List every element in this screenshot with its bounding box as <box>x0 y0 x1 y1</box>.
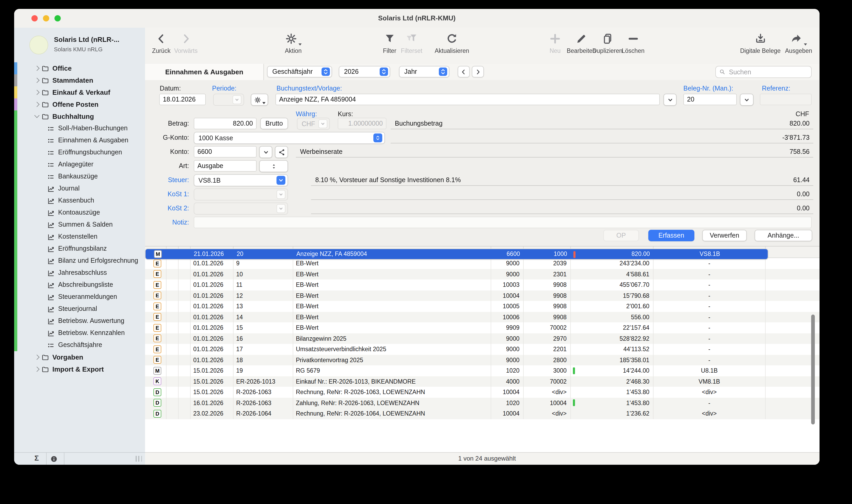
sidebar-item[interactable]: Abschreibungsliste <box>14 279 145 291</box>
toolbar-button[interactable]: Duplizieren <box>592 31 622 54</box>
brutto-button[interactable]: Brutto <box>260 118 288 129</box>
chevron-right-icon[interactable] <box>34 66 39 71</box>
year-select[interactable]: 2026 <box>339 66 390 77</box>
sum-button[interactable]: Σ <box>30 454 43 462</box>
table-row[interactable]: E 01.01.2026 9 EB-Wert 9000 2039 243’234… <box>145 258 819 269</box>
toolbar-button[interactable]: Ausgeben <box>785 31 812 54</box>
tab-einnahmen-ausgaben[interactable]: Einnahmen & Ausgaben <box>145 64 264 80</box>
sidebar-item[interactable]: Kostenstellen <box>14 231 145 243</box>
chevron-right-icon[interactable] <box>34 355 39 360</box>
toolbar-button[interactable]: Bearbeiten <box>567 31 596 54</box>
sidebar-item[interactable]: Office <box>14 62 145 74</box>
sidebar-item[interactable]: Betriebsw. Auswertung <box>14 315 145 327</box>
cell-datum: 01.01.2026 <box>191 322 234 333</box>
cell-steuer: - <box>654 322 766 333</box>
toolbar-button[interactable]: Neu <box>549 31 561 54</box>
sidebar-item[interactable]: Jahresabschluss <box>14 267 145 279</box>
table-row[interactable]: E 01.01.2026 12 EB-Wert 10004 9908 15’79… <box>145 290 819 301</box>
art-input[interactable] <box>194 160 256 172</box>
toolbar-button[interactable]: Digitale Belege <box>740 31 781 54</box>
sidebar-item-icon <box>47 125 55 132</box>
buchungstext-dropdown-button[interactable] <box>663 94 677 106</box>
chevron-right-icon[interactable] <box>34 366 39 372</box>
chevron-right-icon[interactable] <box>34 90 39 95</box>
sidebar-item[interactable]: Kontoauszüge <box>14 207 145 219</box>
sidebar-item[interactable]: Geschäftsjahre <box>14 339 145 351</box>
sidebar-item[interactable]: Bilanz und Erfolgsrechnung <box>14 255 145 267</box>
sidebar-item[interactable]: Einnahmen & Ausgaben <box>14 134 145 146</box>
konto-share-button[interactable] <box>275 146 288 158</box>
sidebar-item[interactable]: Steueranmeldungen <box>14 291 145 303</box>
sidebar-item[interactable]: Import & Export <box>14 363 145 375</box>
table-row[interactable]: E 01.01.2026 10 EB-Wert 9000 2301 4’588.… <box>145 269 819 280</box>
chevron-down-icon[interactable] <box>34 113 39 118</box>
table-row[interactable]: E 01.01.2026 16 Bilanzgewinn 2025 9000 2… <box>145 333 819 344</box>
table-row[interactable]: M 15.01.2026 19 RG 5679 1020 3000 14’244… <box>145 365 819 376</box>
sidebar-item[interactable]: Vorgaben <box>14 351 145 363</box>
toolbar-button[interactable]: Vorwärts <box>174 31 198 54</box>
table-row[interactable]: M 21.01.2026 20 Anzeige NZZ, FA 4859004 … <box>145 249 768 259</box>
sidebar-item[interactable]: Summen & Salden <box>14 219 145 231</box>
sidebar-item[interactable]: Offene Posten <box>14 98 145 110</box>
anhaenge-button[interactable]: Anhänge... <box>755 230 812 241</box>
info-button[interactable] <box>50 455 58 463</box>
table-row[interactable]: E 01.01.2026 17 Umsatzsteuerverbindlichk… <box>145 344 819 355</box>
gkonto-select[interactable]: 1000 Kasse <box>194 132 385 144</box>
cell-steuer: <div> <box>654 408 766 419</box>
art-stepper-button[interactable] <box>259 160 288 172</box>
table-row[interactable]: D 16.01.2026 R-2026-1063 Zahlung, ReNr: … <box>145 397 819 408</box>
sidebar-item[interactable]: Kassenbuch <box>14 195 145 207</box>
search-field[interactable] <box>715 66 812 78</box>
range-select[interactable]: Jahr <box>399 66 449 77</box>
sidebar-item[interactable]: Bankauszüge <box>14 170 145 183</box>
sidebar-item[interactable]: Betriebsw. Kennzahlen <box>14 327 145 339</box>
toolbar-button[interactable]: Filter <box>383 31 396 54</box>
chevron-right-icon[interactable] <box>34 78 39 83</box>
toolbar-button[interactable]: Aktualisieren <box>434 31 469 54</box>
datum-input[interactable] <box>159 94 206 105</box>
table-row[interactable]: E 01.01.2026 11 EB-Wert 10003 9908 455’0… <box>145 280 819 290</box>
previous-period-button[interactable] <box>458 66 470 77</box>
vertical-scrollbar[interactable] <box>811 314 815 425</box>
table-row[interactable]: E 01.01.2026 14 EB-Wert 10006 9908 556.0… <box>145 312 819 322</box>
cell-f <box>166 355 179 365</box>
toolbar-button[interactable]: Filterset <box>401 31 422 54</box>
chevron-right-icon[interactable] <box>34 102 39 107</box>
table-row[interactable]: E 01.01.2026 18 Privatkontenvortrag 2025… <box>145 355 819 365</box>
beleg-nr-input[interactable] <box>684 94 737 105</box>
toolbar-button[interactable]: Zurück <box>152 31 171 54</box>
notiz-input[interactable] <box>194 217 812 228</box>
footer: Σ 1 von 24 ausgewählt <box>14 452 819 465</box>
search-input[interactable] <box>728 68 808 76</box>
sidebar-item[interactable]: Journal <box>14 183 145 195</box>
cell-datum: 01.01.2026 <box>191 344 234 355</box>
betrag-input[interactable] <box>194 118 256 129</box>
sidebar-resize-handle[interactable] <box>136 456 142 462</box>
sidebar-item[interactable]: Eröffnungsbuchungen <box>14 146 145 159</box>
sidebar-item[interactable]: Buchhaltung <box>14 110 145 123</box>
sidebar-item[interactable]: Steuerjournal <box>14 303 145 315</box>
verwerfen-button[interactable]: Verwerfen <box>702 230 747 241</box>
konto-input[interactable] <box>194 146 256 158</box>
sidebar-item[interactable]: Stammdaten <box>14 74 145 86</box>
konto-dropdown-button[interactable] <box>259 146 272 158</box>
sidebar-item[interactable]: Anlagegüter <box>14 159 145 170</box>
sidebar-item[interactable]: Soll-/Haben-Buchungen <box>14 123 145 134</box>
steuer-select[interactable]: VS8.1B <box>194 174 288 186</box>
table-row[interactable]: D 15.01.2026 R-2026-1063 Rechnung, ReNr:… <box>145 387 819 397</box>
beleg-dropdown-button[interactable] <box>740 94 753 106</box>
sidebar-item[interactable]: Einkauf & Verkauf <box>14 86 145 98</box>
toolbar-button[interactable]: Aktion <box>285 31 302 54</box>
erfassen-button[interactable]: Erfassen <box>648 230 694 241</box>
table-row[interactable]: E 01.01.2026 13 EB-Wert 10005 9908 2’001… <box>145 301 819 312</box>
period-type-select[interactable]: Geschäftsjahr <box>267 66 332 77</box>
toolbar-button[interactable]: Löschen <box>622 31 645 54</box>
next-period-button[interactable] <box>472 66 484 77</box>
table-row[interactable]: D 23.02.2026 R-2026-1064 Rechnung, ReNr:… <box>145 408 819 419</box>
vorlage-gear-button[interactable] <box>251 94 268 106</box>
buchungstext-input[interactable] <box>276 94 660 105</box>
category-color-strip <box>14 170 17 183</box>
table-row[interactable]: E 01.01.2026 15 EB-Wert 9909 70002 22’15… <box>145 322 819 333</box>
table-row[interactable]: K 15.01.2026 ER-2026-1013 Einkauf Nr.: E… <box>145 376 819 387</box>
sidebar-item[interactable]: Eröffnungsbilanz <box>14 243 145 255</box>
